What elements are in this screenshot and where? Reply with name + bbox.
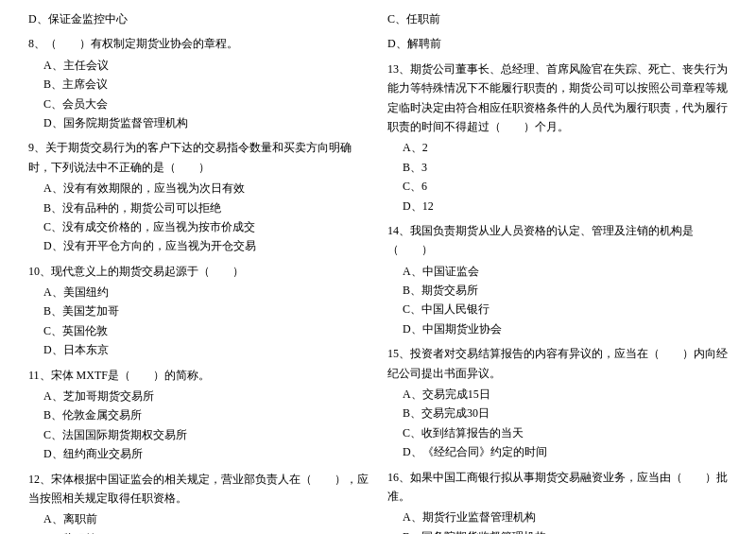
option-q13-2: C、6 <box>403 177 728 196</box>
question-block-q_d_2: D、解聘前 <box>387 34 728 53</box>
option-q9-3: D、没有开平仓方向的，应当视为开仓交易 <box>43 236 369 255</box>
question-block-q_c_1: C、任职前 <box>387 9 728 28</box>
question-title-q11: 11、宋体 MXTF是（ ）的简称。 <box>28 366 369 385</box>
option-q15-0: A、交易完成15日 <box>403 385 728 404</box>
option-q9-0: A、没有有效期限的，应当视为次日有效 <box>43 179 369 198</box>
option-q10-1: B、美国芝加哥 <box>43 301 369 320</box>
question-title-q9: 9、关于期货交易行为的客户下达的交易指令数量和买卖方向明确时，下列说法中不正确的… <box>28 138 369 177</box>
option-q13-0: A、2 <box>403 138 728 157</box>
option-q8-3: D、国务院期货监督管理机构 <box>43 113 369 132</box>
question-block-q_d_1: D、保证金监控中心 <box>28 9 369 28</box>
option-q8-2: C、会员大会 <box>43 95 369 113</box>
option-q11-3: D、纽约商业交易所 <box>43 444 369 463</box>
question-title-q15: 15、投资者对交易结算报告的内容有异议的，应当在（ ）内向经纪公司提出书面异议。 <box>387 344 728 383</box>
question-block-q12: 12、宋体根据中国证监会的相关规定，营业部负责人在（ ），应当按照相关规定取得任… <box>28 470 369 534</box>
option-q9-2: C、没有成交价格的，应当视为按市价成交 <box>43 217 369 236</box>
left-column: D、保证金监控中心8、（ ）有权制定期货业协会的章程。A、主任会议B、主席会议C… <box>28 9 369 534</box>
question-block-q14: 14、我国负责期货从业人员资格的认定、管理及注销的机构是（ ）A、中国证监会B、… <box>387 221 728 338</box>
question-block-q16: 16、如果中国工商银行拟从事期货交易融资业务，应当由（ ）批准。A、期货行业监督… <box>387 468 728 534</box>
option-q14-0: A、中国证监会 <box>403 262 728 281</box>
question-block-q11: 11、宋体 MXTF是（ ）的简称。A、芝加哥期货交易所B、伦敦金属交易所C、法… <box>28 366 369 464</box>
option-q15-3: D、《经纪合同》约定的时间 <box>403 442 728 461</box>
question-block-q15: 15、投资者对交易结算报告的内容有异议的，应当在（ ）内向经纪公司提出书面异议。… <box>387 344 728 461</box>
option-q10-2: C、英国伦敦 <box>43 321 369 340</box>
option-q13-1: B、3 <box>403 158 728 177</box>
option-q14-2: C、中国人民银行 <box>403 300 728 319</box>
option-q14-3: D、中国期货业协会 <box>403 319 728 338</box>
option-q8-1: B、主席会议 <box>43 75 369 94</box>
option-q15-2: C、收到结算报告的当天 <box>403 423 728 442</box>
option-q15-1: B、交易完成30日 <box>403 404 728 422</box>
option-q12-1: B、辞职前 <box>43 529 369 534</box>
right-column: C、任职前D、解聘前13、期货公司董事长、总经理、首席风险官在失踪、死亡、丧失行… <box>387 9 728 534</box>
option-q16-0: A、期货行业监督管理机构 <box>403 508 728 526</box>
question-title-q10: 10、现代意义上的期货交易起源于（ ） <box>28 262 369 281</box>
question-block-q9: 9、关于期货交易行为的客户下达的交易指令数量和买卖方向明确时，下列说法中不正确的… <box>28 138 369 255</box>
question-title-q_c_1: C、任职前 <box>387 9 728 28</box>
question-title-q_d_2: D、解聘前 <box>387 34 728 53</box>
question-title-q12: 12、宋体根据中国证监会的相关规定，营业部负责人在（ ），应当按照相关规定取得任… <box>28 470 369 508</box>
two-col-layout: D、保证金监控中心8、（ ）有权制定期货业协会的章程。A、主任会议B、主席会议C… <box>28 9 728 534</box>
option-q10-3: D、日本东京 <box>43 340 369 359</box>
question-block-q8: 8、（ ）有权制定期货业协会的章程。A、主任会议B、主席会议C、会员大会D、国务… <box>28 34 369 132</box>
option-q11-1: B、伦敦金属交易所 <box>43 405 369 424</box>
question-block-q13: 13、期货公司董事长、总经理、首席风险官在失踪、死亡、丧失行为能力等特殊情况下不… <box>387 60 728 215</box>
page-container: D、保证金监控中心8、（ ）有权制定期货业协会的章程。A、主任会议B、主席会议C… <box>28 9 728 534</box>
option-q14-1: B、期货交易所 <box>403 281 728 300</box>
option-q16-1: B、国务院期货监督管理机构 <box>403 527 728 534</box>
question-title-q13: 13、期货公司董事长、总经理、首席风险官在失踪、死亡、丧失行为能力等特殊情况下不… <box>387 60 728 137</box>
option-q8-0: A、主任会议 <box>43 56 369 75</box>
option-q9-1: B、没有品种的，期货公司可以拒绝 <box>43 198 369 217</box>
question-title-q_d_1: D、保证金监控中心 <box>28 9 369 28</box>
question-block-q10: 10、现代意义上的期货交易起源于（ ）A、美国纽约B、美国芝加哥C、英国伦敦D、… <box>28 262 369 360</box>
option-q11-2: C、法国国际期货期权交易所 <box>43 425 369 444</box>
question-title-q8: 8、（ ）有权制定期货业协会的章程。 <box>28 34 369 53</box>
option-q13-3: D、12 <box>403 197 728 215</box>
question-title-q14: 14、我国负责期货从业人员资格的认定、管理及注销的机构是（ ） <box>387 221 728 260</box>
option-q10-0: A、美国纽约 <box>43 283 369 301</box>
option-q11-0: A、芝加哥期货交易所 <box>43 387 369 405</box>
option-q12-0: A、离职前 <box>43 509 369 528</box>
question-title-q16: 16、如果中国工商银行拟从事期货交易融资业务，应当由（ ）批准。 <box>387 468 728 507</box>
